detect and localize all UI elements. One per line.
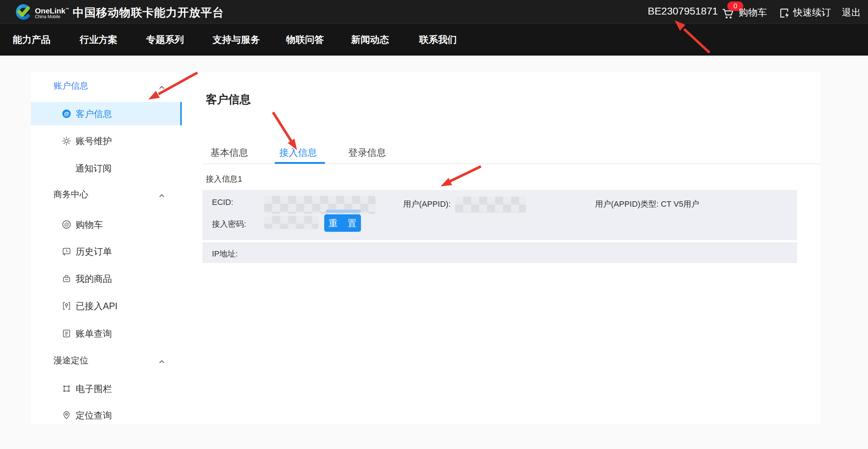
svg-text:@: @ (64, 110, 69, 117)
appid-type-value: CT V5用户 (661, 199, 699, 209)
active-tab-underline (275, 162, 325, 164)
sidebar-item-notification-subscription[interactable]: 通知订阅 (31, 157, 182, 180)
access-info-section-label: 接入信息1 (206, 174, 242, 185)
appid-label: 用户(APPID): (403, 199, 451, 210)
nav-item-industry-solutions[interactable]: 行业方案 (80, 33, 117, 46)
bill-icon (62, 329, 71, 338)
nav-item-capability-products[interactable]: 能力产品 (13, 33, 51, 46)
page-title: 客户信息 (206, 92, 251, 107)
api-icon (62, 301, 71, 311)
brand-name: OneLink (35, 7, 65, 15)
sidebar-item-connected-api[interactable]: 已接入API (31, 294, 182, 317)
ip-address-panel (202, 242, 797, 263)
nav-item-topic-series[interactable]: 专题系列 (146, 33, 184, 46)
access-password-label: 接入密码: (212, 219, 246, 230)
tab-basic-info[interactable]: 基本信息 (210, 146, 248, 159)
tab-access-info[interactable]: 接入信息 (279, 146, 317, 159)
contact-icon: @ (62, 109, 71, 118)
highlight-strip (326, 210, 361, 213)
trademark: ™ (65, 7, 69, 11)
sidebar-item-electronic-fence[interactable]: 电子围栏 (31, 377, 182, 400)
chevron-up-icon[interactable] (159, 359, 165, 362)
sidebar-item-account-maintenance[interactable]: 账号维护 (31, 129, 182, 153)
access-password-redacted (264, 216, 318, 229)
nav-item-iot-qa[interactable]: 物联问答 (286, 33, 324, 46)
sidebar-item-customer-info[interactable]: @ 客户信息 (31, 102, 182, 125)
quick-renew-label[interactable]: 快速续订 (793, 7, 831, 18)
chevron-up-icon[interactable] (159, 193, 165, 196)
main-nav: 能力产品 行业方案 专题系列 支持与服务 物联问答 新闻动态 联系我们 (0, 24, 868, 56)
sidebar-item-shopping-cart[interactable]: @ 购物车 (31, 213, 182, 236)
ecid-label: ECID: (212, 198, 233, 207)
appid-value-redacted (455, 197, 526, 213)
sidebar-item-order-history[interactable]: 历史订单 (31, 240, 182, 263)
logout-button[interactable]: 退出 (842, 7, 861, 18)
top-header-bar: OneLink™ China Mobile 中国移动物联卡能力开放平台 BE23… (0, 0, 868, 24)
nav-item-contact-us[interactable]: 联系我们 (419, 33, 457, 46)
brand-block[interactable]: OneLink™ China Mobile (35, 6, 69, 19)
sidebar-item-my-products[interactable]: 我的商品 (31, 267, 182, 290)
gear-icon (62, 136, 71, 146)
location-pin-icon (62, 410, 71, 420)
reset-password-button[interactable]: 重 置 (324, 214, 361, 232)
fence-icon (62, 384, 71, 393)
history-icon (62, 247, 71, 256)
goods-icon (62, 274, 71, 283)
nav-item-support-services[interactable]: 支持与服务 (213, 33, 260, 46)
chevron-up-icon[interactable] (159, 84, 165, 88)
onelink-logo-icon[interactable] (13, 3, 32, 23)
appid-type-label: 用户(APPID)类型: (595, 199, 659, 209)
cart-label[interactable]: 购物车 (739, 7, 767, 18)
cart-item-icon: @ (62, 220, 71, 229)
account-id[interactable]: BE2307951871 (648, 5, 718, 17)
page: OneLink™ China Mobile 中国移动物联卡能力开放平台 BE23… (0, 0, 868, 449)
quick-renew-icon[interactable] (779, 8, 790, 20)
appid-type-field: 用户(APPID)类型: CT V5用户 (595, 199, 699, 210)
svg-text:@: @ (64, 222, 69, 227)
ip-address-label: IP地址: (212, 248, 238, 259)
site-title: 中国移动物联卡能力开放平台 (73, 5, 224, 20)
sidebar-item-bill-inquiry[interactable]: 账单查询 (31, 322, 182, 345)
sidebar-item-location-query[interactable]: 定位查询 (31, 404, 182, 427)
nav-item-news[interactable]: 新闻动态 (351, 33, 389, 46)
tab-login-info[interactable]: 登录信息 (348, 146, 386, 159)
brand-subtitle: China Mobile (35, 15, 69, 19)
